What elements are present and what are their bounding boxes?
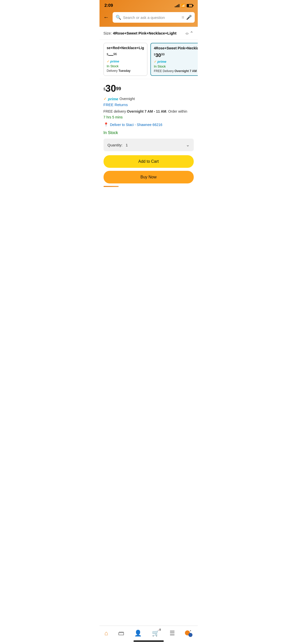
battery-icon bbox=[187, 4, 193, 7]
variant-scroll: se+Red+Necklace+Lig $—96 ✓ prime In Stoc… bbox=[100, 40, 198, 79]
quantity-label: Quantity: 1 bbox=[108, 143, 128, 147]
free-returns[interactable]: FREE Returns bbox=[104, 103, 194, 107]
signal-icon bbox=[175, 4, 179, 7]
cart-icon: 🛒 bbox=[152, 630, 159, 637]
variant-card-1[interactable]: se+Red+Necklace+Lig $—96 ✓ prime In Stoc… bbox=[104, 43, 147, 76]
delivery-info: FREE delivery Overnight 7 AM - 11 AM. Or… bbox=[104, 109, 194, 114]
nav-cart[interactable]: 🛒 0 bbox=[150, 629, 161, 638]
deliver-to-link[interactable]: Deliver to Staci - Shawnee 66216 bbox=[110, 123, 162, 127]
variant-card-2[interactable]: 4Rose+Sweet Pink+Necklace+Light $3099 ✓ … bbox=[150, 43, 198, 76]
menu-icon: ☰ bbox=[170, 630, 175, 637]
deliver-to[interactable]: 📍 Deliver to Staci - Shawnee 66216 bbox=[104, 122, 194, 127]
prime-overnight: Overnight bbox=[119, 97, 135, 101]
account-icon: 👤 bbox=[134, 630, 142, 637]
status-bar: 2:09 📶 bbox=[100, 0, 198, 10]
price-cents: 99 bbox=[116, 86, 121, 91]
product-info: $3099 ✓ prime Overnight FREE Returns FRE… bbox=[100, 79, 198, 191]
cart-count-badge: 0 bbox=[159, 628, 161, 631]
quantity-selector[interactable]: Quantity: 1 ⌄ bbox=[104, 139, 194, 151]
home-bar bbox=[134, 640, 164, 642]
search-area: ← 🔍 Search or ask a question ⌗ 🎤 bbox=[100, 10, 198, 27]
nav-home[interactable]: ⌂ bbox=[102, 629, 110, 638]
camera-scan-icon[interactable]: ⌗ bbox=[182, 15, 184, 20]
add-to-cart-button[interactable]: Add to Cart bbox=[104, 155, 194, 168]
purchases-icon: 🗃 bbox=[118, 630, 124, 637]
variant-title-2: 4Rose+Sweet Pink+Necklace+Light bbox=[154, 46, 198, 50]
status-icons: 📶 bbox=[175, 4, 193, 8]
location-icon: 📍 bbox=[104, 122, 109, 127]
prime-label: prime bbox=[108, 97, 118, 101]
status-time: 2:09 bbox=[105, 3, 113, 8]
ai-icon: ✦ bbox=[185, 629, 192, 637]
variant-delivery-2: FREE Delivery Overnight 7 AM - 11 AM bbox=[154, 69, 198, 73]
nav-menu[interactable]: ☰ bbox=[168, 629, 177, 638]
prime-check-icon: ✓ bbox=[104, 96, 107, 101]
home-icon: ⌂ bbox=[104, 630, 108, 637]
back-button[interactable]: ← bbox=[103, 13, 110, 22]
search-input[interactable]: Search or ask a question bbox=[123, 15, 180, 20]
price-main: 30 bbox=[105, 83, 116, 94]
buy-now-button[interactable]: Buy Now bbox=[104, 171, 194, 183]
variant-price-2: $3099 bbox=[154, 52, 198, 58]
chevron-up-icon: ‹› ⌃ bbox=[186, 30, 194, 36]
variant-price-1: $—96 bbox=[107, 52, 144, 58]
home-indicator bbox=[100, 638, 198, 644]
prime-row: ✓ prime Overnight bbox=[104, 96, 194, 101]
variant-delivery-1: Delivery Tuesday bbox=[107, 69, 144, 73]
delivery-countdown: 7 hrs 5 mins bbox=[104, 115, 194, 119]
variant-stock-1: In Stock bbox=[107, 64, 144, 68]
variant-stock-2: In Stock bbox=[154, 65, 198, 68]
stock-status: In Stock bbox=[104, 131, 194, 135]
orange-accent-bar bbox=[104, 186, 119, 187]
variant-title-1: se+Red+Necklace+Lig bbox=[107, 46, 144, 50]
chevron-down-icon: ⌄ bbox=[186, 142, 190, 148]
search-icon: 🔍 bbox=[116, 15, 121, 20]
nav-ai[interactable]: ✦ bbox=[183, 628, 194, 638]
wifi-icon: 📶 bbox=[181, 4, 185, 8]
variant-prime-1: ✓ prime bbox=[107, 59, 144, 63]
size-selector-label: Size: 4Rose+Sweet Pink+Necklace+Light bbox=[104, 31, 177, 36]
nav-purchases[interactable]: 🗃 bbox=[116, 629, 126, 638]
nav-account[interactable]: 👤 bbox=[132, 629, 144, 638]
search-box[interactable]: 🔍 Search or ask a question ⌗ 🎤 bbox=[113, 12, 195, 23]
variant-prime-2: ✓ prime bbox=[154, 60, 198, 63]
size-selector[interactable]: Size: 4Rose+Sweet Pink+Necklace+Light ‹›… bbox=[100, 27, 198, 40]
microphone-icon[interactable]: 🎤 bbox=[186, 15, 192, 20]
main-price: $3099 bbox=[104, 83, 194, 94]
